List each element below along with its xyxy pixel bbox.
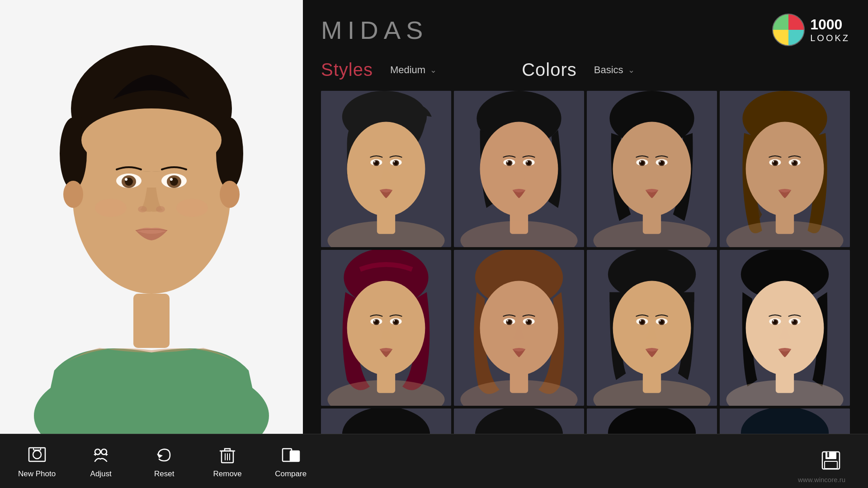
save-button[interactable]: [821, 450, 841, 474]
right-panel: MIDAS 1000 LOOKZ Styles Medium ⌄ Colors …: [303, 0, 868, 434]
reset-label: Reset: [154, 469, 174, 479]
svg-rect-183: [33, 448, 41, 450]
svg-point-5: [60, 117, 87, 190]
logo-text: 1000 LOOKZ: [810, 17, 850, 42]
svg-point-59: [660, 161, 661, 163]
adjust-label: Adjust: [90, 469, 112, 479]
svg-point-125: [793, 320, 794, 321]
main-content: MIDAS 1000 LOOKZ Styles Medium ⌄ Colors …: [0, 0, 868, 434]
compare-icon: [280, 444, 302, 466]
svg-rect-196: [825, 461, 837, 469]
svg-point-112: [660, 320, 661, 321]
hair-style-8[interactable]: [720, 250, 850, 406]
remove-label: Remove: [213, 469, 242, 479]
svg-point-55: [640, 161, 641, 163]
brand-title: MIDAS: [321, 15, 428, 45]
logo-area: 1000 LOOKZ: [772, 14, 850, 46]
logo-number: 1000: [810, 17, 850, 33]
svg-point-16: [138, 206, 147, 212]
compare-button[interactable]: Compare: [273, 444, 309, 479]
hair-style-4[interactable]: [720, 91, 850, 247]
svg-point-20: [95, 199, 127, 217]
colors-dropdown[interactable]: Basics ⌄: [590, 62, 638, 78]
reset-button[interactable]: Reset: [146, 444, 182, 479]
svg-rect-194: [826, 452, 836, 459]
new-photo-icon: [26, 444, 48, 466]
svg-point-19: [220, 181, 240, 208]
compare-label: Compare: [275, 469, 307, 479]
photo-panel: [0, 0, 303, 434]
svg-rect-195: [827, 452, 829, 457]
hair-style-7[interactable]: [587, 250, 717, 406]
svg-point-15: [170, 178, 173, 181]
hair-style-3[interactable]: [587, 91, 717, 247]
hair-style-5[interactable]: [321, 250, 451, 406]
hair-style-6[interactable]: [454, 250, 584, 406]
svg-point-11: [125, 178, 127, 181]
logo-icon: [772, 14, 805, 46]
adjust-icon: [90, 444, 112, 466]
colors-label: Colors: [522, 60, 577, 80]
remove-icon: [217, 444, 238, 466]
svg-point-81: [374, 320, 375, 321]
new-photo-button[interactable]: New Photo: [18, 444, 56, 479]
right-header: MIDAS 1000 LOOKZ: [321, 14, 850, 46]
watermark-text: www.wincore.ru: [798, 476, 845, 483]
new-photo-label: New Photo: [18, 469, 56, 479]
svg-point-182: [33, 450, 41, 459]
styles-chevron-icon: ⌄: [430, 65, 437, 75]
svg-point-121: [773, 320, 774, 321]
remove-button[interactable]: Remove: [209, 444, 245, 479]
svg-point-42: [507, 161, 508, 163]
styles-label: Styles: [321, 60, 373, 80]
svg-rect-2: [133, 294, 170, 348]
logo-name: LOOKZ: [810, 33, 850, 43]
svg-point-94: [507, 320, 508, 321]
styles-dropdown-value: Medium: [390, 64, 425, 76]
svg-point-108: [640, 320, 641, 321]
hair-grid: [321, 91, 850, 488]
model-photo: [0, 0, 303, 434]
svg-point-85: [394, 320, 395, 321]
svg-point-6: [216, 117, 243, 190]
svg-point-18: [63, 181, 83, 208]
hair-style-2[interactable]: [454, 91, 584, 247]
svg-point-46: [527, 161, 528, 163]
colors-chevron-icon: ⌄: [628, 65, 635, 75]
controls-row: Styles Medium ⌄ Colors Basics ⌄: [321, 60, 850, 80]
model-image: [0, 0, 303, 434]
svg-point-29: [374, 161, 375, 163]
styles-dropdown[interactable]: Medium ⌄: [387, 62, 440, 78]
svg-point-7: [81, 108, 222, 172]
svg-point-68: [773, 161, 774, 163]
toolbar: New Photo Adjust Reset: [0, 434, 868, 488]
svg-point-33: [394, 161, 395, 163]
reset-icon: [153, 444, 175, 466]
svg-point-17: [156, 206, 165, 212]
svg-point-98: [527, 320, 528, 321]
svg-point-21: [176, 199, 208, 217]
svg-point-72: [793, 161, 794, 163]
hair-style-1[interactable]: [321, 91, 451, 247]
colors-dropdown-value: Basics: [594, 64, 623, 76]
adjust-button[interactable]: Adjust: [83, 444, 119, 479]
svg-rect-191: [290, 451, 299, 461]
